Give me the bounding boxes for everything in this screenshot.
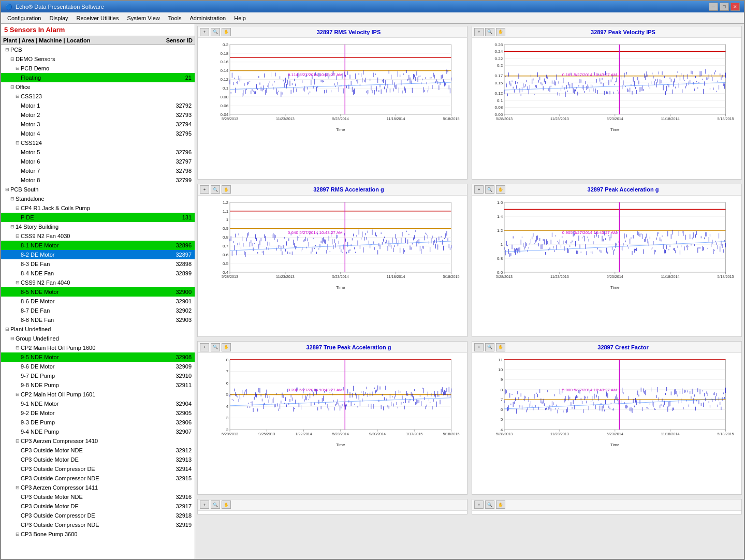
expand-icon[interactable]: ⊟ (16, 66, 20, 71)
tree-row[interactable]: 8-5 NDE Motor32900 (1, 287, 195, 297)
plus-icon2[interactable]: + (200, 500, 209, 509)
tree-row[interactable]: ⊟CP2 Main Hot Oil Pump 1600 (1, 343, 195, 352)
hand-icon[interactable]: ✋ (222, 343, 231, 351)
tree-row[interactable]: ⊟CP2 Main Hot Oil Pump 1601 (1, 390, 195, 399)
tree-row[interactable]: ⊟CP4 R1 Jack & Coils Pump (1, 203, 195, 213)
tree-row[interactable]: ⊟Plant Undefined (1, 325, 195, 334)
zoom-icon[interactable]: 🔍 (485, 343, 494, 351)
expand-icon[interactable]: ⊟ (16, 205, 20, 211)
tree-row[interactable]: 9-6 DE Motor32909 (1, 362, 195, 371)
menu-item-receiver-utilities[interactable]: Receiver Utilities (72, 14, 123, 22)
menu-item-administration[interactable]: Administration (186, 14, 230, 22)
zoom-icon[interactable]: 🔍 (211, 185, 220, 194)
plus-icon[interactable]: + (474, 343, 484, 351)
menu-item-tools[interactable]: Tools (164, 14, 186, 22)
tree-row[interactable]: ⊟CP3 Bone Pump 3600 (1, 529, 195, 539)
menu-item-help[interactable]: Help (230, 14, 250, 22)
tree-row[interactable]: ⊟CSS123 (1, 92, 195, 101)
tree-row[interactable]: 9-8 NDE Pump32911 (1, 380, 195, 390)
tree-row[interactable]: 9-2 DE Motor32905 (1, 408, 195, 418)
expand-icon[interactable]: ⊟ (16, 485, 20, 490)
zoom-icon[interactable]: 🔍 (485, 185, 494, 194)
tree-row[interactable]: Motor 432795 (1, 129, 195, 138)
expand-icon[interactable]: ⊟ (16, 140, 20, 145)
tree-row[interactable]: CP3 Outside Compressor NDE32915 (1, 474, 195, 483)
expand-icon[interactable]: ⊟ (5, 47, 9, 52)
zoom-icon2[interactable]: 🔍 (211, 500, 220, 509)
tree-row[interactable]: 8-4 NDE Fan32899 (1, 269, 195, 278)
zoom-icon[interactable]: 🔍 (485, 28, 494, 36)
tree-row[interactable]: Floating21 (1, 73, 195, 82)
expand-icon[interactable]: ⊟ (16, 280, 20, 285)
expand-icon[interactable]: ⊟ (16, 94, 20, 99)
expand-icon[interactable]: ⊟ (5, 327, 9, 332)
hand-icon3[interactable]: ✋ (496, 500, 505, 509)
tree-row[interactable]: ⊟PCB South (1, 185, 195, 194)
tree-row[interactable]: CP3 Outside Motor DE32913 (1, 455, 195, 464)
tree-row[interactable]: ⊟PCB Demo (1, 64, 195, 73)
menu-item-configuration[interactable]: Configuration (3, 14, 45, 22)
tree-row[interactable]: CP3 Outside Motor NDE32912 (1, 446, 195, 455)
tree-row[interactable]: ⊟14 Story Building (1, 222, 195, 231)
tree-row[interactable]: Motor 232793 (1, 110, 195, 120)
expand-icon[interactable]: ⊟ (10, 196, 14, 201)
tree-row[interactable]: 8-2 DE Motor32897 (1, 250, 195, 259)
tree-row[interactable]: 9-1 NDE Motor32904 (1, 399, 195, 408)
tree-row[interactable]: 8-8 NDE Fan32903 (1, 315, 195, 325)
tree-row[interactable]: 8-6 DE Motor32901 (1, 297, 195, 306)
expand-icon[interactable]: ⊟ (16, 392, 20, 397)
zoom-icon[interactable]: 🔍 (211, 343, 220, 351)
zoom-icon[interactable]: 🔍 (211, 28, 220, 36)
plus-icon[interactable]: + (474, 28, 484, 36)
tree-row[interactable]: CP3 Outside Motor DE32917 (1, 502, 195, 511)
expand-icon[interactable]: ⊟ (16, 233, 20, 239)
expand-icon[interactable]: ⊟ (16, 345, 20, 350)
expand-icon[interactable]: ⊟ (5, 187, 9, 192)
tree-row[interactable]: Motor 832799 (1, 175, 195, 185)
hand-icon[interactable]: ✋ (222, 28, 231, 36)
close-button[interactable]: ✕ (731, 3, 740, 11)
tree-row[interactable]: Motor 332794 (1, 120, 195, 129)
tree-row[interactable]: ⊟CSS124 (1, 138, 195, 148)
hand-icon[interactable]: ✋ (222, 185, 231, 194)
hand-icon[interactable]: ✋ (496, 343, 505, 351)
tree-row[interactable]: ⊟Standalone (1, 194, 195, 203)
tree-row[interactable]: CP3 Outside Motor NDE32916 (1, 492, 195, 502)
tree-row[interactable]: 8-3 DE Fan32898 (1, 259, 195, 269)
expand-icon[interactable]: ⊟ (16, 532, 20, 537)
tree-row[interactable]: ⊟DEMO Sensors (1, 54, 195, 64)
tree-row[interactable]: 8-7 DE Fan32902 (1, 306, 195, 315)
tree-row[interactable]: Motor 632797 (1, 157, 195, 166)
hand-icon[interactable]: ✋ (496, 28, 505, 36)
tree-row[interactable]: P DE131 (1, 213, 195, 222)
tree-row[interactable]: ⊟CP3 Aerzen Compressor 1411 (1, 483, 195, 492)
menu-item-display[interactable]: Display (45, 14, 72, 22)
tree-row[interactable]: 9-5 NDE Motor32908 (1, 352, 195, 362)
expand-icon[interactable]: ⊟ (16, 438, 20, 444)
tree-row[interactable]: CP3 Outside Compressor NDE32919 (1, 520, 195, 529)
tree-row[interactable]: ⊟Group Undefined (1, 334, 195, 343)
expand-icon[interactable]: ⊟ (10, 84, 14, 90)
plus-icon3[interactable]: + (474, 500, 484, 509)
tree-row[interactable]: ⊟CSS9 N2 Fan 4030 (1, 231, 195, 241)
expand-icon[interactable]: ⊟ (10, 336, 14, 341)
tree-row[interactable]: 9-3 DE Pump32906 (1, 418, 195, 427)
tree-container[interactable]: ⊟PCB⊟DEMO Sensors⊟PCB DemoFloating21⊟Off… (1, 45, 195, 559)
tree-row[interactable]: ⊟CP3 Aerzen Compressor 1410 (1, 436, 195, 446)
tree-row[interactable]: ⊟PCB (1, 45, 195, 54)
plus-icon[interactable]: + (474, 185, 484, 194)
tree-row[interactable]: Motor 132792 (1, 101, 195, 110)
hand-icon2[interactable]: ✋ (222, 500, 231, 509)
tree-row[interactable]: ⊟Office (1, 82, 195, 92)
hand-icon[interactable]: ✋ (496, 185, 505, 194)
tree-row[interactable]: 8-1 NDE Motor32896 (1, 241, 195, 250)
tree-row[interactable]: 9-7 DE Pump32910 (1, 371, 195, 380)
tree-row[interactable]: CP3 Outside Compressor DE32918 (1, 511, 195, 520)
tree-row[interactable]: Motor 732798 (1, 166, 195, 175)
menu-item-system-view[interactable]: System View (123, 14, 164, 22)
expand-icon[interactable]: ⊟ (10, 224, 14, 229)
expand-icon[interactable]: ⊟ (10, 56, 14, 62)
tree-row[interactable]: Motor 532796 (1, 148, 195, 157)
restore-button[interactable]: □ (720, 3, 729, 11)
plus-icon[interactable]: + (200, 185, 209, 194)
